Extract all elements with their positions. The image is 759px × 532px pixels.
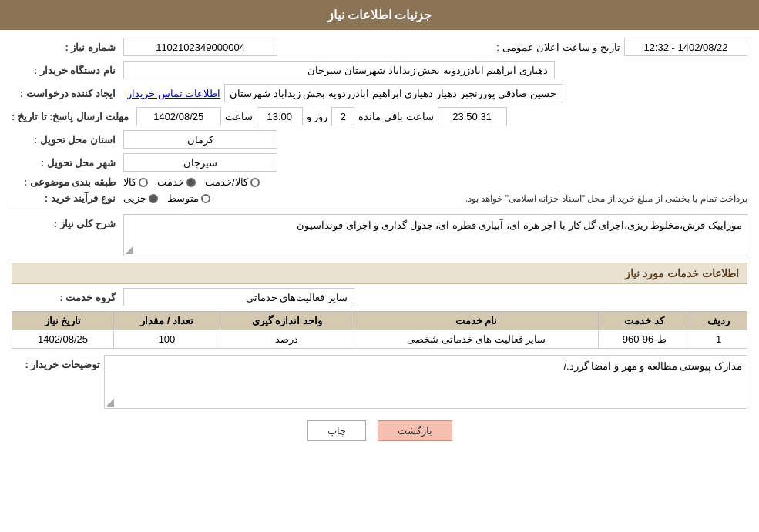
purchase-type-row: پرداخت تمام یا بخشی از مبلغ خرید.از محل …	[12, 192, 747, 204]
remaining-label: ساعت باقی مانده	[358, 111, 433, 122]
radio-jozii[interactable]: جزیی	[123, 192, 158, 204]
service-group-value: سایر فعالیت‌های خدماتی	[123, 288, 354, 306]
table-cell-unit: درصد	[220, 330, 354, 349]
col-header-date: تاریخ نیاز	[12, 312, 114, 330]
purchase-note: پرداخت تمام یا بخشی از مبلغ خرید.از محل …	[222, 193, 747, 204]
description-row: موزاییک فرش،مخلوط ریزی،اجرای گل کار با ا…	[12, 214, 747, 256]
city-row: سیرجان شهر محل تحویل :	[12, 153, 747, 172]
buyer-org-label: نام دستگاه خریدار :	[12, 65, 119, 76]
province-label: استان محل تحویل :	[12, 134, 119, 146]
table-cell-name: سایر فعالیت های خدماتی شخصی	[354, 330, 598, 349]
resize-handle[interactable]	[126, 246, 133, 254]
buyer-org-row: دهیاری ابراهیم ابادزردویه بخش زیداباد شه…	[12, 61, 747, 79]
category-label: طبقه بندی موضوعی :	[12, 176, 119, 188]
service-group-row: سایر فعالیت‌های خدماتی گروه خدمت :	[12, 288, 747, 306]
back-button[interactable]: بازگشت	[378, 420, 452, 441]
col-header-name: نام خدمت	[354, 312, 598, 330]
services-table: ردیف کد خدمت نام خدمت واحد اندازه گیری ت…	[12, 311, 747, 349]
contact-link[interactable]: اطلاعات تماس خریدار	[127, 88, 220, 99]
radio-khadamat-circle	[186, 178, 196, 187]
print-button[interactable]: چاپ	[307, 420, 366, 441]
description-label: شرح کلی نیاز :	[12, 218, 119, 229]
col-header-row: ردیف	[690, 312, 747, 330]
time-value: 13:00	[257, 107, 303, 125]
radio-kala-label: کالا	[123, 176, 136, 188]
city-value: سیرجان	[123, 153, 277, 172]
table-cell-date: 1402/08/25	[12, 330, 114, 349]
page-title: جزئیات اطلاعات نیاز	[327, 8, 432, 22]
table-cell-code: ط-96-960	[599, 330, 690, 349]
creator-row: حسین صادقی پوررنجبر دهیار دهیاری ابراهیم…	[12, 84, 747, 102]
creator-value: حسین صادقی پوررنجبر دهیار دهیاری ابراهیم…	[224, 84, 563, 102]
radio-jozii-circle	[149, 194, 158, 203]
radio-kala-khadamat-circle	[250, 178, 260, 187]
date-announce-value: 1402/08/22 - 12:32	[624, 38, 747, 56]
radio-kala-khadamat[interactable]: کالا/خدمت	[205, 176, 260, 188]
service-group-label: گروه خدمت :	[12, 292, 119, 303]
category-row: کالا/خدمت خدمت کالا طبقه بندی موضوعی :	[12, 176, 747, 188]
radio-kala-circle	[139, 178, 148, 187]
col-header-count: تعداد / مقدار	[113, 312, 220, 330]
buyer-desc-label: توضیحات خریدار :	[12, 359, 104, 370]
date-announce-group: 1402/08/22 - 12:32 تاریخ و ساعت اعلان عم…	[496, 38, 747, 56]
time-label: ساعت	[225, 111, 253, 122]
radio-jozii-label: جزیی	[123, 192, 146, 204]
radio-kala-khadamat-label: کالا/خدمت	[205, 176, 248, 188]
top-info-row: 1402/08/22 - 12:32 تاریخ و ساعت اعلان عم…	[12, 38, 747, 56]
city-label: شهر محل تحویل :	[12, 157, 119, 169]
buyer-desc-value: مدارک پیوستی مطالعه و مهر و امضا گررد./	[563, 360, 742, 372]
days-label: روز و	[307, 111, 328, 122]
buyer-desc-resize[interactable]	[106, 399, 114, 407]
deadline-row: 23:50:31 ساعت باقی مانده 2 روز و 13:00 س…	[12, 107, 747, 125]
buyer-desc-box: مدارک پیوستی مطالعه و مهر و امضا گررد./	[104, 355, 747, 409]
services-section-title: اطلاعات خدمات مورد نیاز	[12, 263, 747, 284]
request-number-value: 1102102349000004	[123, 38, 277, 56]
table-row: 1ط-96-960سایر فعالیت های خدماتی شخصیدرصد…	[12, 330, 747, 349]
purchase-type-label: نوع فرآیند خرید :	[12, 192, 119, 204]
date-value: 1402/08/25	[136, 107, 221, 125]
page-wrapper: جزئیات اطلاعات نیاز 1402/08/22 - 12:32 ت…	[0, 0, 759, 532]
page-header: جزئیات اطلاعات نیاز	[0, 0, 759, 30]
radio-kala[interactable]: کالا	[123, 176, 148, 188]
radio-khadamat-label: خدمت	[157, 176, 184, 188]
radio-motavaset-circle	[201, 194, 210, 203]
province-value: کرمان	[123, 130, 277, 149]
province-row: کرمان استان محل تحویل :	[12, 130, 747, 149]
col-header-unit: واحد اندازه گیری	[220, 312, 354, 330]
table-cell-count: 100	[113, 330, 220, 349]
content-area: 1402/08/22 - 12:32 تاریخ و ساعت اعلان عم…	[0, 30, 759, 449]
date-label: مهلت ارسال پاسخ: تا تاریخ :	[12, 111, 133, 122]
radio-motavaset-label: متوسط	[167, 192, 199, 204]
radio-motavaset[interactable]: متوسط	[167, 192, 210, 204]
request-number-label: شماره نیاز :	[12, 42, 119, 53]
request-number-group: 1102102349000004 شماره نیاز :	[12, 38, 277, 56]
buttons-row: بازگشت چاپ	[12, 420, 747, 441]
date-announce-label: تاریخ و ساعت اعلان عمومی :	[496, 42, 620, 53]
description-box: موزاییک فرش،مخلوط ریزی،اجرای گل کار با ا…	[123, 214, 747, 256]
buyer-desc-row: مدارک پیوستی مطالعه و مهر و امضا گررد./ …	[12, 355, 747, 409]
col-header-code: کد خدمت	[599, 312, 690, 330]
description-value: موزاییک فرش،مخلوط ریزی،اجرای گل کار با ا…	[297, 219, 742, 231]
purchase-radio-group: متوسط جزیی	[123, 192, 210, 204]
buyer-org-value: دهیاری ابراهیم ابادزردویه بخش زیداباد شه…	[123, 61, 555, 79]
category-radio-group: کالا/خدمت خدمت کالا	[123, 176, 260, 188]
creator-label: ایجاد کننده درخواست :	[12, 88, 119, 99]
remaining-value: 23:50:31	[438, 107, 507, 125]
table-cell-row: 1	[690, 330, 747, 349]
days-value: 2	[331, 107, 354, 125]
radio-khadamat[interactable]: خدمت	[157, 176, 196, 188]
